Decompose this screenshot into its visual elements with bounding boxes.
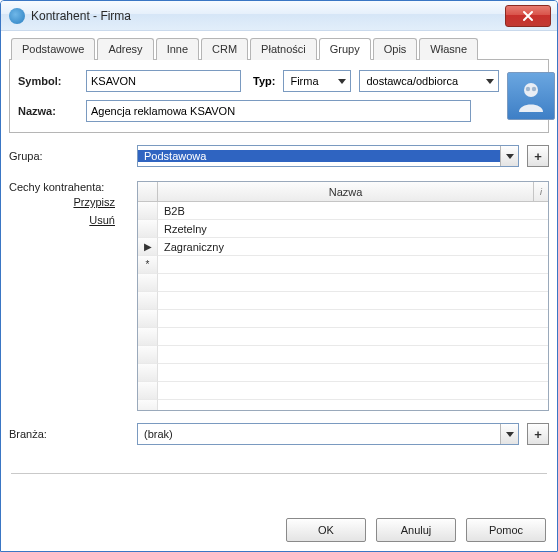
branza-value: (brak)	[138, 428, 500, 440]
branza-label: Branża:	[9, 428, 129, 440]
chevron-down-icon	[506, 432, 514, 437]
cechy-usun-link[interactable]: Usuń	[9, 211, 115, 229]
typ-label: Typ:	[253, 75, 275, 87]
person-icon	[513, 78, 549, 114]
branza-add-button[interactable]: +	[527, 423, 549, 445]
branza-dropdown-button[interactable]	[500, 424, 518, 444]
window-title: Kontrahent - Firma	[31, 9, 131, 23]
table-row[interactable]: *	[138, 256, 548, 274]
grupa-add-button[interactable]: +	[527, 145, 549, 167]
pomoc-button[interactable]: Pomoc	[466, 518, 546, 542]
tab-wlasne[interactable]: Własne	[419, 38, 478, 60]
row-marker	[138, 202, 158, 220]
ok-button[interactable]: OK	[286, 518, 366, 542]
chevron-down-icon	[486, 79, 494, 84]
tab-grupy[interactable]: Grupy	[319, 38, 371, 60]
row-marker	[138, 220, 158, 238]
cechy-label: Cechy kontrahenta:	[9, 181, 129, 193]
grupa-row: Grupa: Podstawowa +	[9, 145, 549, 167]
header-box: Symbol: Typ: Firma dostawca/odbiorca Naz…	[9, 60, 549, 133]
table-row[interactable]: B2B	[138, 202, 548, 220]
rola-value: dostawca/odbiorca	[366, 75, 458, 87]
grupa-combobox[interactable]: Podstawowa	[137, 145, 519, 167]
svg-point-1	[526, 87, 530, 91]
cechy-przypisz-link[interactable]: Przypisz	[9, 193, 115, 211]
rola-dropdown[interactable]: dostawca/odbiorca	[359, 70, 499, 92]
svg-point-2	[532, 87, 536, 91]
close-icon	[522, 10, 534, 22]
cell-nazwa[interactable]: Zagraniczny	[158, 238, 548, 256]
tab-crm[interactable]: CRM	[201, 38, 248, 60]
app-icon	[9, 8, 25, 24]
row-marker-new: *	[138, 256, 158, 274]
row-marker-current: ▶	[138, 238, 158, 256]
avatar[interactable]	[507, 72, 555, 120]
symbol-input[interactable]	[86, 70, 241, 92]
tab-inne[interactable]: Inne	[156, 38, 199, 60]
table-row[interactable]: Rzetelny	[138, 220, 548, 238]
grid-sort-button[interactable]: i	[534, 182, 548, 201]
typ-dropdown[interactable]: Firma	[283, 70, 351, 92]
tabstrip: Podstawowe Adresy Inne CRM Płatności Gru…	[9, 37, 549, 60]
grid-corner	[138, 182, 158, 201]
cell-nazwa[interactable]	[158, 256, 548, 274]
grupa-dropdown-button[interactable]	[500, 146, 518, 166]
cell-nazwa[interactable]: B2B	[158, 202, 548, 220]
grupa-label: Grupa:	[9, 150, 129, 162]
cell-nazwa[interactable]: Rzetelny	[158, 220, 548, 238]
cechy-grid[interactable]: Nazwa i B2B Rzetelny ▶ Zagraniczny *	[137, 181, 549, 411]
grupa-value: Podstawowa	[138, 150, 500, 162]
tab-opis[interactable]: Opis	[373, 38, 418, 60]
branza-combobox[interactable]: (brak)	[137, 423, 519, 445]
close-button[interactable]	[505, 5, 551, 27]
col-nazwa[interactable]: Nazwa	[158, 182, 534, 201]
tab-platnosci[interactable]: Płatności	[250, 38, 317, 60]
branza-row: Branża: (brak) +	[9, 423, 549, 445]
tab-adresy[interactable]: Adresy	[97, 38, 153, 60]
chevron-down-icon	[338, 79, 346, 84]
nazwa-input[interactable]	[86, 100, 471, 122]
typ-value: Firma	[290, 75, 318, 87]
grid-body: B2B Rzetelny ▶ Zagraniczny *	[138, 202, 548, 410]
anuluj-button[interactable]: Anuluj	[376, 518, 456, 542]
symbol-label: Symbol:	[18, 75, 78, 87]
chevron-down-icon	[506, 154, 514, 159]
titlebar: Kontrahent - Firma	[1, 1, 557, 31]
nazwa-label: Nazwa:	[18, 105, 78, 117]
button-bar: OK Anuluj Pomoc	[286, 518, 546, 542]
tab-podstawowe[interactable]: Podstawowe	[11, 38, 95, 60]
table-row[interactable]: ▶ Zagraniczny	[138, 238, 548, 256]
